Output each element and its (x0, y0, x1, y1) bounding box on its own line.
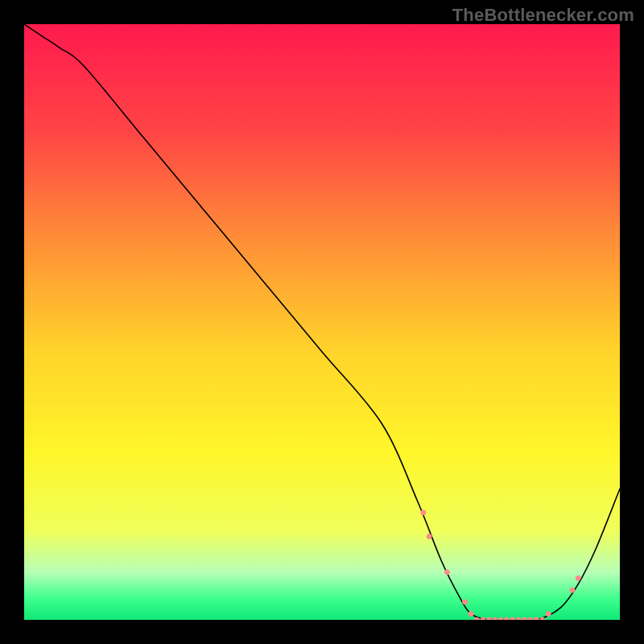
chart-stage: TheBottlenecker.com (0, 0, 644, 644)
plot-area (24, 24, 620, 620)
attribution-text: TheBottlenecker.com (452, 5, 634, 26)
gradient-background (24, 24, 620, 620)
svg-rect-0 (24, 24, 620, 620)
